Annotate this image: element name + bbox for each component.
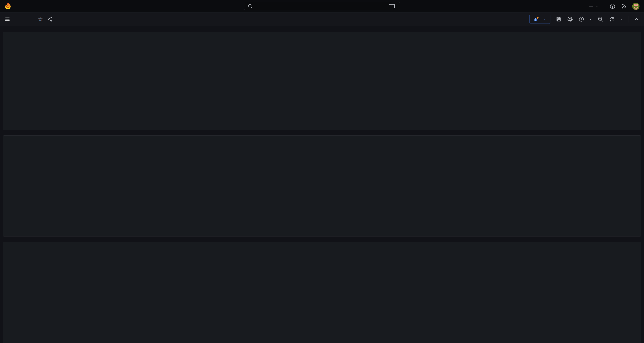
chart-legend <box>3 127 641 130</box>
keyboard-icon <box>389 4 395 9</box>
dashboard-settings-button[interactable] <box>567 16 573 22</box>
favorite-star-button[interactable]: ☆ <box>37 16 43 22</box>
user-avatar[interactable] <box>632 3 640 10</box>
chart-legend <box>3 233 641 236</box>
refresh-picker[interactable] <box>609 16 623 22</box>
search-icon <box>248 4 253 9</box>
divider <box>628 16 628 23</box>
share-button[interactable] <box>47 17 52 22</box>
panel-r-scores <box>3 135 641 237</box>
help-icon <box>610 3 616 9</box>
zoom-out-button[interactable] <box>598 16 604 22</box>
clock-icon <box>578 16 584 22</box>
time-series-chart[interactable] <box>3 39 641 127</box>
save-icon <box>556 16 562 22</box>
plus-icon <box>588 3 594 9</box>
help-button[interactable] <box>610 3 616 9</box>
share-icon <box>47 17 52 22</box>
panel-r-scores-averaged <box>3 32 641 130</box>
news-button[interactable] <box>621 3 627 9</box>
chart-legend <box>3 339 641 343</box>
time-range-picker[interactable] <box>578 16 592 22</box>
add-panel-button[interactable] <box>529 15 550 24</box>
panel-r-scores-downsampled <box>3 242 641 343</box>
dashboard-toolbar: ☆ <box>0 13 644 26</box>
grafana-logo[interactable] <box>4 3 12 10</box>
search-shortcut <box>389 4 397 9</box>
refresh-icon <box>609 16 615 22</box>
add-panel-icon <box>533 16 539 22</box>
new-dashboard-button[interactable] <box>588 3 599 9</box>
time-series-chart[interactable] <box>3 143 641 233</box>
chevron-down-icon <box>595 4 599 8</box>
search-input[interactable] <box>256 3 386 9</box>
save-dashboard-button[interactable] <box>556 16 562 22</box>
top-nav-bar <box>0 0 644 13</box>
hamburger-icon <box>4 16 10 22</box>
chevron-down-icon <box>588 17 592 21</box>
dashboard-grid <box>0 26 644 343</box>
chevron-down-icon <box>619 17 623 21</box>
collapse-toolbar-button[interactable] <box>634 16 640 22</box>
chevron-up-icon <box>634 16 640 22</box>
rss-icon <box>621 3 627 9</box>
gear-icon <box>567 16 573 22</box>
divider <box>604 3 604 10</box>
chevron-down-icon <box>543 17 547 21</box>
zoom-out-icon <box>598 16 604 22</box>
time-series-chart[interactable] <box>3 249 641 339</box>
search-bar[interactable] <box>244 2 400 11</box>
mega-menu-button[interactable] <box>4 16 10 22</box>
